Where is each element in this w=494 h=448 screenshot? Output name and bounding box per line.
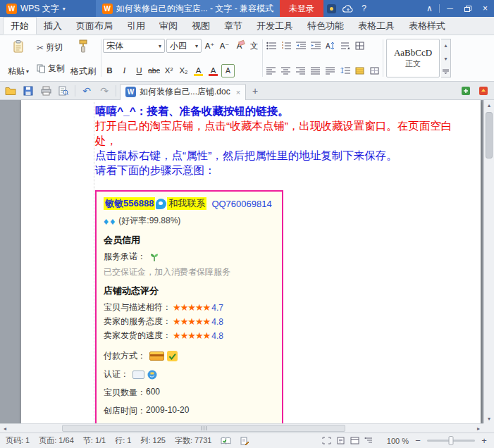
ribbon-tab-view[interactable]: 视图 <box>185 17 217 35</box>
increase-indent-button[interactable] <box>309 39 322 53</box>
underline-button[interactable]: U <box>132 64 146 77</box>
style-gallery-more-icon[interactable] <box>443 69 449 74</box>
highlight-color-button[interactable]: A <box>192 64 205 77</box>
horizontal-scrollbar[interactable]: ◂ ▸ <box>0 423 483 433</box>
vertical-scrollbar[interactable]: ▴ ▾ <box>483 100 494 423</box>
title-document-tab[interactable]: W 如何装修自己的淘宝店... - 文字 - 兼容模式 <box>96 0 280 17</box>
superscript-button[interactable]: X² <box>162 64 175 77</box>
zoom-in-button[interactable]: + <box>480 435 488 446</box>
restore-button[interactable] <box>459 0 476 17</box>
bold-button[interactable]: B <box>103 64 116 77</box>
font-color-bar <box>209 74 218 76</box>
contact-me-link[interactable]: 和我联系 <box>167 197 206 210</box>
close-tab-icon[interactable]: × <box>236 88 240 97</box>
certification-row: 认证： <box>104 368 275 380</box>
font-color-button[interactable]: A <box>206 64 220 77</box>
horizontal-scroll-thumb[interactable] <box>62 425 345 432</box>
seller-name[interactable]: 敏敏556888 <box>104 197 155 210</box>
ribbon-tab-special-features[interactable]: 特色功能 <box>300 17 351 35</box>
help-button[interactable]: ? <box>356 0 372 17</box>
align-right-button[interactable] <box>294 64 307 77</box>
style-gallery-down-button[interactable]: ▾ <box>444 56 447 62</box>
login-button[interactable]: 未登录 <box>280 0 323 17</box>
close-button[interactable]: × <box>476 0 494 17</box>
copy-button[interactable]: 复制 <box>35 61 67 75</box>
decrease-indent-button[interactable] <box>294 39 307 53</box>
zoom-out-button[interactable]: − <box>414 435 422 446</box>
ribbon-tab-references[interactable]: 引用 <box>120 17 152 35</box>
new-tab-button[interactable]: + <box>248 84 262 98</box>
numbered-list-button[interactable] <box>279 39 292 53</box>
paste-button[interactable]: 粘贴▾ <box>4 37 33 79</box>
character-border-button[interactable]: A <box>221 64 235 77</box>
distribute-button[interactable] <box>323 64 337 77</box>
minimize-button[interactable]: ─ <box>441 0 459 17</box>
align-center-button[interactable] <box>279 64 292 77</box>
save-button[interactable] <box>20 83 36 99</box>
borders-button[interactable] <box>368 64 381 77</box>
promotion-button[interactable] <box>476 83 491 99</box>
shading-button[interactable] <box>353 64 366 77</box>
spellcheck-button[interactable] <box>221 437 231 445</box>
cut-button[interactable]: ✂剪切 <box>35 41 67 55</box>
ribbon-tab-section[interactable]: 章节 <box>217 17 249 35</box>
fullscreen-view-icon[interactable] <box>322 437 331 444</box>
scroll-down-button[interactable]: ▾ <box>484 413 494 423</box>
print-preview-button[interactable] <box>56 83 71 99</box>
vertical-scroll-thumb[interactable] <box>486 112 493 158</box>
ribbon-tab-table-style[interactable]: 表格样式 <box>402 17 452 35</box>
web-layout-view-icon[interactable] <box>350 437 359 444</box>
ribbon-tab-table-tools[interactable]: 表格工具 <box>351 17 402 35</box>
document-tab[interactable]: W 如何装修自己...店铺.doc × <box>120 84 246 100</box>
draw-table-button[interactable] <box>353 39 366 53</box>
title-bar: W WPS 文字 ▾ W 如何装修自己的淘宝店... - 文字 - 兼容模式 未… <box>0 0 494 17</box>
shrink-font-button[interactable]: A⁻ <box>218 39 231 53</box>
strikethrough-button[interactable]: abc <box>147 64 161 77</box>
cloud-sync-button[interactable] <box>340 0 356 17</box>
zoom-slider[interactable] <box>427 440 475 442</box>
pinyin-guide-button[interactable]: 文 <box>247 39 261 53</box>
character-scale-button[interactable]: A <box>323 39 337 53</box>
scroll-up-button[interactable]: ▴ <box>484 100 494 110</box>
font-name-select[interactable]: 宋体▾ <box>103 39 165 53</box>
clear-format-button[interactable]: A <box>233 39 246 53</box>
undo-button[interactable]: ↶ <box>79 83 94 99</box>
document-area: 嘻嘻^_^：接着、准备收藏按钮的链接。 打开自己的淘宝店铺，点击“收藏本点铺”，… <box>0 100 494 433</box>
wangwang-chat-icon[interactable] <box>156 199 166 209</box>
qq-number: QQ760069814 <box>211 199 271 209</box>
collapse-ribbon-button[interactable]: ∧ <box>421 0 438 17</box>
line-spacing-button[interactable] <box>338 64 352 77</box>
scroll-right-button[interactable]: ▸ <box>474 424 483 433</box>
zoom-slider-thumb[interactable] <box>449 436 454 445</box>
status-word-count[interactable]: 字数: 7731 <box>175 435 212 446</box>
document-page[interactable]: 嘻嘻^_^：接着、准备收藏按钮的链接。 打开自己的淘宝店铺，点击“收藏本点铺”，… <box>21 100 481 423</box>
wps-menu-button[interactable]: W WPS 文字 ▾ <box>0 0 72 17</box>
print-layout-view-icon[interactable] <box>336 437 345 444</box>
subscript-button[interactable]: X₂ <box>177 64 190 77</box>
format-painter-label: 格式刷 <box>70 66 96 77</box>
ribbon-tab-developer[interactable]: 开发工具 <box>249 17 300 35</box>
ribbon-tab-page-layout[interactable]: 页面布局 <box>69 17 120 35</box>
font-size-select[interactable]: 小四▾ <box>166 39 202 53</box>
align-left-button[interactable] <box>264 64 278 77</box>
print-button[interactable] <box>38 83 54 99</box>
task-window-button[interactable] <box>458 83 474 99</box>
open-file-button[interactable] <box>3 83 18 99</box>
bullet-list-button[interactable] <box>264 39 278 53</box>
ribbon-tab-insert[interactable]: 插入 <box>37 17 69 35</box>
redo-button[interactable]: ↷ <box>97 83 112 99</box>
zoom-level[interactable]: 100 % <box>387 437 409 445</box>
ribbon-tab-review[interactable]: 审阅 <box>152 17 185 35</box>
text-direction-button[interactable] <box>338 39 352 53</box>
message-button[interactable] <box>323 0 340 17</box>
italic-button[interactable]: I <box>118 64 131 77</box>
edit-mode-button[interactable] <box>240 437 249 445</box>
style-gallery-up-button[interactable]: ▴ <box>444 42 447 49</box>
justify-button[interactable] <box>309 64 322 77</box>
style-preview-normal[interactable]: AaBbCcD 正文 <box>386 39 440 77</box>
scroll-left-button[interactable]: ◂ <box>0 424 10 433</box>
ribbon-tab-home[interactable]: 开始 <box>3 17 37 35</box>
format-painter-button[interactable]: 格式刷 <box>68 37 98 79</box>
grow-font-button[interactable]: A⁺ <box>203 39 216 53</box>
outline-view-icon[interactable] <box>364 437 373 444</box>
